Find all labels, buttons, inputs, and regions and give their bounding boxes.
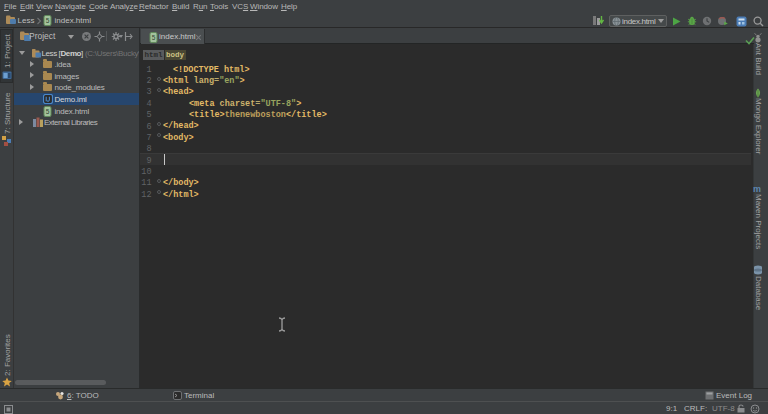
svg-text:5: 5 <box>46 108 50 115</box>
svg-text:5: 5 <box>45 17 49 24</box>
svg-text:5: 5 <box>152 34 156 41</box>
svg-text:m: m <box>753 184 761 193</box>
